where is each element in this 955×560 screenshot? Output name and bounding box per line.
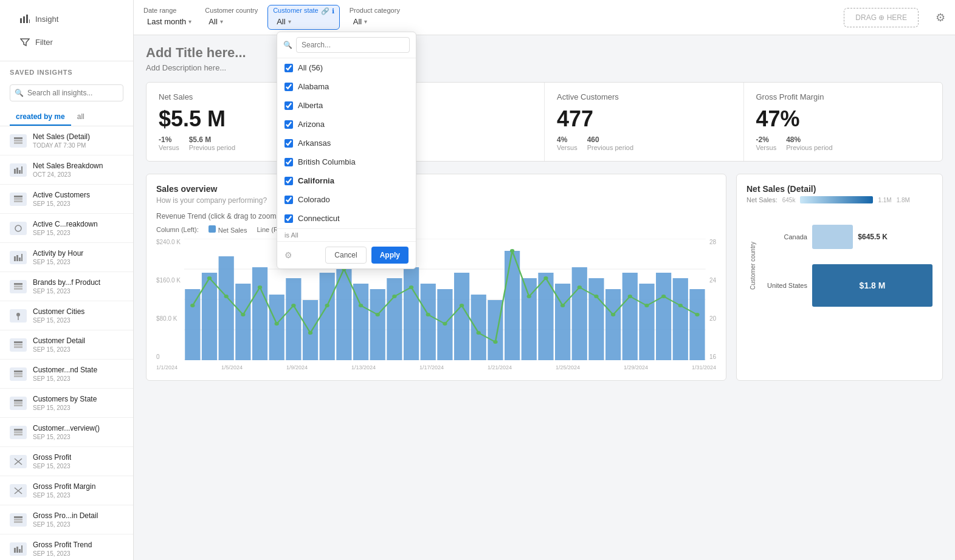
state-option-all(56)[interactable]: All (56) [277, 58, 416, 77]
kpi-active-customers-change-label: Versus [557, 144, 577, 151]
state-label-arizona: Arizona [298, 120, 325, 129]
svg-rect-40 [14, 519, 22, 521]
state-option-colorado[interactable]: Colorado [277, 190, 416, 209]
svg-rect-21 [14, 288, 22, 290]
dropdown-actions: Cancel Apply [325, 247, 409, 264]
insight-item-gross-profit-margin[interactable]: Gross Profit Margin SEP 15, 2023 [0, 476, 133, 505]
svg-point-86 [258, 285, 262, 289]
state-checkbox-colorado[interactable] [284, 196, 293, 204]
svg-point-83 [207, 276, 212, 280]
state-checkbox-british-columbia[interactable] [284, 158, 293, 166]
customer-country-dropdown[interactable]: All ▾ [205, 15, 258, 28]
sidebar-item-insight[interactable]: Insight [10, 7, 123, 30]
insight-item-net-sales-breakdown[interactable]: Net Sales Breakdown OCT 24, 2023 [0, 155, 133, 185]
svg-rect-80 [673, 278, 688, 360]
insight-item-customers-by-state[interactable]: Customers by State SEP 15, 2023 [0, 389, 133, 418]
insight-item-active-customers[interactable]: Active Customers SEP 15, 2023 [0, 185, 133, 214]
svg-rect-75 [588, 278, 604, 360]
dropdown-filter-info: is All [277, 228, 416, 241]
insight-item-active-c-breakdown[interactable]: Active C...reakdown SEP 15, 2023 [0, 214, 133, 243]
state-label-all-(56): All (56) [298, 63, 323, 72]
insight-info-brands-by-product: Brands by...f Product SEP 15, 2023 [33, 278, 100, 295]
state-checkbox-california[interactable] [284, 177, 293, 185]
insight-icon-customer-overview [10, 426, 27, 439]
insight-item-customer-detail[interactable]: Customer Detail SEP 15, 2023 [0, 330, 133, 360]
state-checkbox-all-(56)[interactable] [284, 64, 293, 72]
state-checkbox-alabama[interactable] [284, 83, 293, 91]
svg-point-90 [325, 304, 329, 307]
sidebar-item-filter[interactable]: Filter [10, 30, 123, 53]
state-option-california[interactable]: California [277, 171, 416, 190]
svg-point-97 [443, 322, 447, 326]
insight-item-activity-by-hour[interactable]: Activity by Hour SEP 15, 2023 [0, 243, 133, 272]
tab-created-by-me[interactable]: created by me [10, 109, 71, 126]
insight-info-customer-overview: Customer...verview() SEP 15, 2023 [33, 424, 100, 440]
insight-item-gross-profit-trend[interactable]: Gross Profit Trend SEP 15, 2023 [0, 534, 133, 560]
insight-name-customer-nd-state: Customer...nd State [33, 366, 97, 374]
state-option-connecticut[interactable]: Connecticut [277, 209, 416, 228]
svg-rect-5 [14, 140, 22, 142]
svg-rect-77 [622, 273, 638, 360]
sidebar: Insight Filter SAVED INSIGHTS 🔍 created … [0, 0, 134, 560]
state-checkbox-connecticut[interactable] [284, 214, 293, 223]
dropdown-search-icon: 🔍 [283, 41, 292, 49]
dropdown-footer: ⚙ Cancel Apply [277, 241, 416, 268]
state-label-colorado: Colorado [298, 195, 330, 204]
dropdown-search-input[interactable] [296, 37, 410, 53]
svg-point-109 [644, 304, 649, 307]
canada-value: $645.5 K [858, 233, 888, 241]
chart-area[interactable] [184, 239, 706, 362]
svg-rect-23 [14, 341, 22, 343]
customer-country-axis-label: Customer country [750, 242, 756, 290]
dropdown-gear-icon[interactable]: ⚙ [284, 250, 292, 260]
state-option-arkansas[interactable]: Arkansas [277, 134, 416, 152]
settings-icon[interactable]: ⚙ [936, 11, 945, 24]
state-option-britishcolumbia[interactable]: British Columbia [277, 152, 416, 171]
insight-item-customer-overview[interactable]: Customer...verview() SEP 15, 2023 [0, 418, 133, 447]
insight-item-gross-profit[interactable]: Gross Profit SEP 15, 2023 [0, 447, 133, 476]
insight-item-customer-nd-state[interactable]: Customer...nd State SEP 15, 2023 [0, 360, 133, 389]
y-right-24: 24 [709, 277, 716, 284]
page-desc-input[interactable] [146, 63, 248, 72]
state-option-arizona[interactable]: Arizona [277, 115, 416, 134]
us-value: $1.8 M [860, 281, 886, 290]
insight-date-net-sales-detail: TODAY AT 7:30 PM [33, 142, 90, 149]
insight-name-gross-pro-detail: Gross Pro...in Detail [33, 511, 98, 520]
country-chart-area: Customer country Canada $645.5 K [746, 211, 933, 320]
insight-item-customer-cities[interactable]: Customer Cities SEP 15, 2023 [0, 301, 133, 330]
chart-legend: Column (Left): Net Sales Line (Right): N… [156, 225, 716, 234]
svg-rect-60 [336, 262, 351, 360]
filter-customer-state: Customer state 🔗 ℹ All ▾ [267, 5, 340, 30]
svg-rect-0 [20, 18, 22, 23]
insight-item-gross-pro-detail[interactable]: Gross Pro...in Detail SEP 15, 2023 [0, 505, 133, 534]
insight-date-customers-by-state: SEP 15, 2023 [33, 405, 97, 411]
insight-item-brands-by-product[interactable]: Brands by...f Product SEP 15, 2023 [0, 272, 133, 301]
svg-rect-26 [14, 370, 22, 372]
customer-state-dropdown[interactable]: All ▾ [273, 15, 334, 28]
svg-rect-64 [404, 267, 419, 360]
bar-chart-container: $240.0 K $160.0 K $80.0 K 0 [156, 239, 716, 362]
state-option-alberta[interactable]: Alberta [277, 96, 416, 115]
filter-customer-country: Customer country All ▾ [205, 7, 258, 28]
state-checkbox-alberta[interactable] [284, 101, 293, 110]
tab-all[interactable]: all [71, 109, 91, 126]
state-option-alabama[interactable]: Alabama [277, 77, 416, 96]
state-label-california: California [298, 176, 334, 185]
date-range-value: Last month [147, 17, 186, 26]
sidebar-search-icon: 🔍 [15, 89, 24, 97]
state-checkbox-arkansas[interactable] [284, 139, 293, 148]
product-category-dropdown[interactable]: All ▾ [350, 15, 400, 28]
svg-point-87 [275, 322, 279, 326]
state-checkbox-arizona[interactable] [284, 120, 293, 129]
cancel-button[interactable]: Cancel [325, 247, 366, 264]
svg-rect-32 [14, 429, 22, 431]
date-range-dropdown[interactable]: Last month ▾ [143, 15, 195, 28]
insight-info-customers-by-state: Customers by State SEP 15, 2023 [33, 395, 97, 411]
apply-button[interactable]: Apply [371, 247, 409, 264]
sidebar-search-input[interactable] [10, 84, 123, 101]
svg-rect-28 [14, 375, 22, 377]
insight-item-net-sales-detail[interactable]: Net Sales (Detail) TODAY AT 7:30 PM [0, 126, 133, 155]
insight-info-customer-cities: Customer Cities SEP 15, 2023 [33, 307, 84, 324]
insight-date-customer-nd-state: SEP 15, 2023 [33, 375, 97, 382]
insight-date-brands-by-product: SEP 15, 2023 [33, 288, 100, 295]
